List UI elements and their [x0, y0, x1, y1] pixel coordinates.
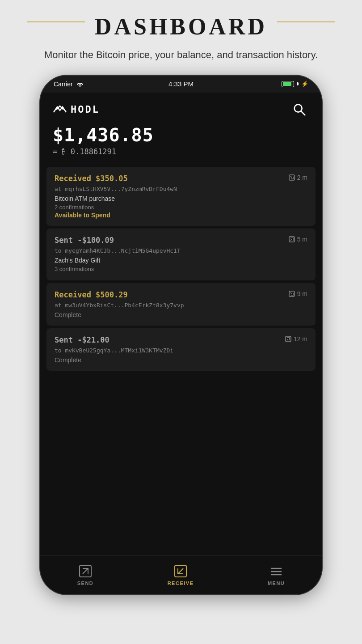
tx-time: 9 m [289, 290, 307, 297]
tx-time-value: 5 m [297, 236, 307, 243]
transaction-item[interactable]: Sent -$21.00 12 m to mvKvBeU25gqYa...MTM… [46, 328, 316, 371]
tx-time: 12 m [285, 335, 307, 343]
nav-send[interactable]: SEND [68, 560, 103, 589]
app-logo: HODL [53, 104, 100, 115]
carrier-label: Carrier [54, 80, 73, 88]
search-button[interactable] [290, 100, 309, 119]
bottom-navigation: SEND RECEIVE MENU [40, 555, 322, 594]
tx-header: Sent -$21.00 12 m [55, 335, 307, 344]
transaction-item[interactable]: Sent -$100.09 5 m to myegYamh4KCJb...Ncj… [46, 229, 316, 280]
nav-menu[interactable]: MENU [259, 560, 294, 589]
page-subtitle: Monitor the Bitcoin price, your balance,… [27, 48, 335, 62]
battery-icon [282, 81, 294, 87]
tx-amount: Sent -$21.00 [55, 335, 109, 344]
receive-icon [289, 174, 295, 181]
tx-address: at mqrhsLStHXV5V...7yZnzmRvDrFDu4wN [55, 186, 307, 192]
tx-status: Complete [55, 311, 307, 318]
tx-amount: Received $350.05 [55, 174, 128, 183]
phone-content: HODL $1,436.85 = ₿ 0.18861291 Received [40, 93, 322, 594]
menu-nav-icon [269, 564, 283, 578]
tx-amount: Sent -$100.09 [55, 236, 114, 245]
tx-header: Received $350.05 2 m [55, 174, 307, 183]
receive-nav-label: RECEIVE [168, 580, 194, 586]
tx-address: to myegYamh4KCJb...NcjtiM5G4upevHc1T [55, 247, 307, 254]
tx-time: 5 m [289, 236, 307, 243]
app-header: HODL $1,436.85 = ₿ 0.18861291 [40, 93, 322, 161]
carrier-info: Carrier [54, 80, 84, 88]
tx-header: Received $500.29 9 m [55, 290, 307, 299]
svg-point-0 [80, 86, 80, 87]
time-display: 4:33 PM [168, 80, 194, 88]
charging-icon: ⚡ [301, 80, 308, 87]
transaction-item[interactable]: Received $350.05 2 m at mqrhsLStHXV5V...… [46, 167, 316, 226]
tx-time-value: 2 m [297, 174, 307, 181]
menu-nav-label: MENU [268, 580, 285, 586]
page-header: DASHBOARD Monitor the Bitcoin price, you… [0, 0, 362, 71]
send-nav-label: SEND [77, 580, 94, 586]
receive-icon [289, 291, 295, 297]
send-icon [289, 236, 295, 242]
tx-memo: Zach's Bday Gift [55, 257, 307, 264]
tx-time: 2 m [289, 174, 307, 181]
tx-header: Sent -$100.09 5 m [55, 236, 307, 245]
search-icon [292, 102, 307, 117]
receive-nav-icon [173, 564, 188, 578]
svg-line-2 [301, 111, 305, 115]
battery-tip [297, 82, 299, 85]
balance-section: $1,436.85 = ₿ 0.18861291 [53, 125, 309, 156]
battery-area: ⚡ [282, 80, 308, 87]
send-icon [285, 336, 291, 342]
tx-confirmations: 3 confirmations [55, 266, 307, 272]
transaction-item[interactable]: Received $500.29 9 m at mw3uV4YbxRisCt..… [46, 283, 316, 326]
tx-address: to mvKvBeU25gqYa...MTMxi1W3KTMvZDi [55, 347, 307, 354]
phone-shell: Carrier 4:33 PM ⚡ [40, 76, 322, 594]
nav-receive[interactable]: RECEIVE [159, 560, 203, 589]
tx-confirmations: 2 confirmations [55, 204, 307, 211]
app-logo-row: HODL [53, 100, 309, 119]
wifi-icon [76, 81, 84, 87]
send-nav-icon [78, 564, 93, 578]
tx-status: Available to Spend [55, 212, 307, 219]
tx-amount: Received $500.29 [55, 290, 128, 299]
logo-text: HODL [71, 104, 100, 115]
tx-time-value: 9 m [297, 290, 307, 297]
tx-status: Complete [55, 356, 307, 364]
page-title: DASHBOARD [27, 13, 335, 40]
tx-address: at mw3uV4YbxRisCt...Pb4cErkZt8x3y7vvp [55, 302, 307, 309]
balance-btc: = ₿ 0.18861291 [53, 147, 309, 156]
status-bar: Carrier 4:33 PM ⚡ [40, 76, 322, 93]
transaction-list[interactable]: Received $350.05 2 m at mqrhsLStHXV5V...… [40, 161, 322, 555]
balance-usd: $1,436.85 [53, 125, 309, 145]
hodl-logo-icon [53, 104, 67, 115]
tx-time-value: 12 m [294, 335, 307, 343]
tx-memo: Bitcoin ATM purchase [55, 195, 307, 202]
